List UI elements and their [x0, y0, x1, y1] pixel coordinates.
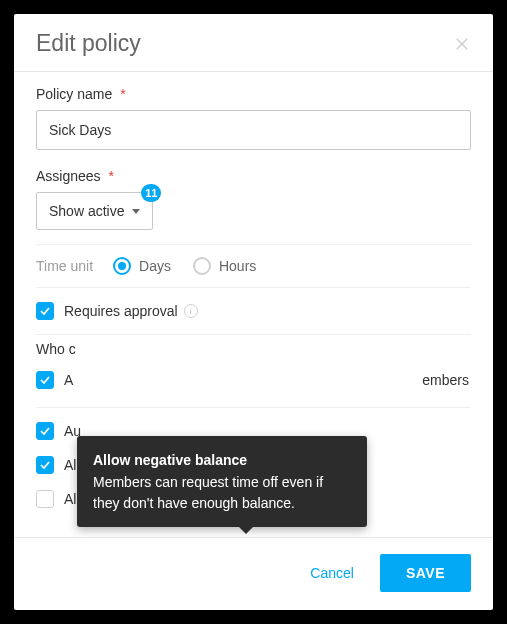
radio-label: Days [139, 258, 171, 274]
policy-name-label: Policy name * [36, 86, 471, 102]
allow-negative-tooltip: Allow negative balance Members can reque… [77, 436, 367, 527]
cancel-button[interactable]: Cancel [304, 557, 360, 589]
assignees-dropdown[interactable]: Show active 11 [36, 192, 153, 230]
dialog-title: Edit policy [36, 30, 141, 57]
tooltip-body: Members can request time off even if the… [93, 472, 351, 513]
divider [36, 334, 471, 335]
allow-negative-checkbox[interactable] [36, 456, 54, 474]
tooltip-arrow-icon [239, 527, 253, 534]
chevron-down-icon [132, 209, 140, 214]
policy-name-input[interactable] [36, 110, 471, 150]
admins-checkbox[interactable] [36, 371, 54, 389]
required-asterisk: * [108, 168, 113, 184]
required-asterisk: * [120, 86, 125, 102]
who-can-approve-label: Who c [36, 341, 471, 357]
dialog-footer: Cancel SAVE [14, 538, 493, 610]
time-unit-row: Time unit Days Hours [36, 245, 471, 287]
edit-policy-dialog: Edit policy Policy name * Assignees * Sh… [14, 14, 493, 610]
admins-label-start: A [64, 372, 73, 388]
assignees-count-badge: 11 [141, 184, 161, 202]
time-unit-label: Time unit [36, 258, 93, 274]
assignees-label-text: Assignees [36, 168, 101, 184]
save-button[interactable]: SAVE [380, 554, 471, 592]
requires-approval-row: Requires approval i [36, 288, 471, 334]
assignees-dropdown-label: Show active [49, 203, 124, 219]
radio-icon [113, 257, 131, 275]
admins-label-end: embers [422, 372, 471, 388]
time-unit-days-radio[interactable]: Days [113, 257, 171, 275]
policy-name-label-text: Policy name [36, 86, 112, 102]
allow-half-day-checkbox[interactable] [36, 490, 54, 508]
radio-label: Hours [219, 258, 256, 274]
admins-row: A embers [36, 363, 471, 397]
auto-checkbox[interactable] [36, 422, 54, 440]
requires-approval-checkbox[interactable] [36, 302, 54, 320]
dialog-body: Policy name * Assignees * Show active 11… [14, 72, 493, 537]
requires-approval-label: Requires approval [64, 303, 178, 319]
tooltip-title: Allow negative balance [93, 450, 351, 470]
close-icon[interactable] [453, 35, 471, 53]
info-icon[interactable]: i [184, 304, 198, 318]
time-unit-hours-radio[interactable]: Hours [193, 257, 256, 275]
dialog-header: Edit policy [14, 14, 493, 71]
radio-icon [193, 257, 211, 275]
assignees-label: Assignees * [36, 168, 471, 184]
